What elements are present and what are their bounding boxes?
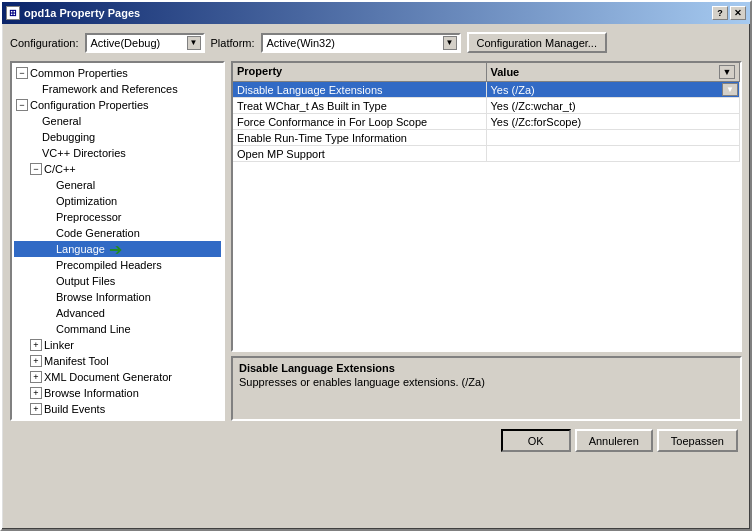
main-window: ⊞ opd1a Property Pages ? ✕ Configuration… (0, 0, 752, 531)
tree-label-linker: Linker (44, 339, 74, 351)
tree-label-output-files: Output Files (56, 275, 115, 287)
props-row-treat-wchar[interactable]: Treat WChar_t As Built in TypeYes (/Zc:w… (233, 98, 740, 114)
tree-item-custom-build-step[interactable]: +Custom Build Step (14, 417, 221, 421)
tree-item-general[interactable]: General (14, 113, 221, 129)
configuration-dropdown-arrow[interactable]: ▼ (187, 36, 201, 50)
props-row-force-conformance[interactable]: Force Conformance in For Loop ScopeYes (… (233, 114, 740, 130)
platform-label: Platform: (211, 37, 255, 49)
cancel-button[interactable]: Annuleren (575, 429, 653, 452)
tree-item-output-files[interactable]: Output Files (14, 273, 221, 289)
tree-label-xml-document-generator: XML Document Generator (44, 371, 172, 383)
tree-expander-build-events[interactable]: + (30, 403, 42, 415)
tree-item-vc-directories[interactable]: VC++ Directories (14, 145, 221, 161)
tree-item-advanced[interactable]: Advanced (14, 305, 221, 321)
tree-expander-common-properties[interactable]: − (16, 67, 28, 79)
tree-item-preprocessor[interactable]: Preprocessor (14, 209, 221, 225)
tree-item-framework-references[interactable]: Framework and References (14, 81, 221, 97)
tree-item-language[interactable]: Language➔ (14, 241, 221, 257)
tree-label-manifest-tool: Manifest Tool (44, 355, 109, 367)
tree-item-optimization[interactable]: Optimization (14, 193, 221, 209)
tree-expander-configuration-properties[interactable]: − (16, 99, 28, 111)
props-value-treat-wchar: Yes (/Zc:wchar_t) (487, 98, 741, 113)
tree-label-common-properties: Common Properties (30, 67, 128, 79)
configuration-label: Configuration: (10, 37, 79, 49)
props-row-openmp[interactable]: Open MP Support (233, 146, 740, 162)
tree-item-manifest-tool[interactable]: +Manifest Tool (14, 353, 221, 369)
tree-expander-manifest-tool[interactable]: + (30, 355, 42, 367)
configuration-dropdown[interactable]: Active(Debug) ▼ (85, 33, 205, 53)
tree-label-debugging: Debugging (42, 131, 95, 143)
config-row: Configuration: Active(Debug) ▼ Platform:… (10, 32, 742, 53)
window-title: opd1a Property Pages (24, 7, 140, 19)
tree-label-general: General (42, 115, 81, 127)
tree-expander-c-cpp[interactable]: − (30, 163, 42, 175)
tree-label-browse-information: Browse Information (56, 291, 151, 303)
title-buttons: ? ✕ (712, 6, 746, 20)
close-button[interactable]: ✕ (730, 6, 746, 20)
config-manager-button[interactable]: Configuration Manager... (467, 32, 607, 53)
tree-expander-xml-document-generator[interactable]: + (30, 371, 42, 383)
description-panel: Disable Language Extensions Suppresses o… (231, 356, 742, 421)
tree-label-language: Language (56, 243, 105, 255)
dialog-content: Configuration: Active(Debug) ▼ Platform:… (2, 24, 750, 460)
tree-label-build-events: Build Events (44, 403, 105, 415)
tree-label-c-cpp: C/C++ (44, 163, 76, 175)
props-row-runtime-type[interactable]: Enable Run-Time Type Information (233, 130, 740, 146)
tree-item-cpp-general[interactable]: General (14, 177, 221, 193)
tree-label-browse-information2: Browse Information (44, 387, 139, 399)
tree-label-framework-references: Framework and References (42, 83, 178, 95)
props-value-force-conformance: Yes (/Zc:forScope) (487, 114, 741, 129)
tree-expander-linker[interactable]: + (30, 339, 42, 351)
tree-item-command-line[interactable]: Command Line (14, 321, 221, 337)
props-table: Disable Language ExtensionsYes (/Za)➜▼Tr… (233, 82, 740, 350)
tree-item-browse-information[interactable]: Browse Information (14, 289, 221, 305)
tree-expander-custom-build-step[interactable]: + (30, 419, 42, 421)
tree-item-c-cpp[interactable]: −C/C++ (14, 161, 221, 177)
props-property-runtime-type: Enable Run-Time Type Information (233, 130, 487, 145)
props-value-runtime-type (487, 130, 741, 145)
description-text: Suppresses or enables language extension… (239, 376, 734, 388)
props-value-text-disable-lang-ext: Yes (/Za) (491, 84, 555, 96)
tree-label-configuration-properties: Configuration Properties (30, 99, 149, 111)
props-property-disable-lang-ext: Disable Language Extensions (233, 82, 487, 97)
props-property-openmp: Open MP Support (233, 146, 487, 161)
props-value-disable-lang-ext[interactable]: Yes (/Za)➜▼ (487, 82, 741, 97)
tree-label-command-line: Command Line (56, 323, 131, 335)
bottom-buttons: OK Annuleren Toepassen (10, 429, 742, 452)
tree-expander-browse-information2[interactable]: + (30, 387, 42, 399)
tree-item-xml-document-generator[interactable]: +XML Document Generator (14, 369, 221, 385)
props-row-disable-lang-ext[interactable]: Disable Language ExtensionsYes (/Za)➜▼ (233, 82, 740, 98)
tree-label-vc-directories: VC++ Directories (42, 147, 126, 159)
tree-item-common-properties[interactable]: −Common Properties (14, 65, 221, 81)
platform-dropdown[interactable]: Active(Win32) ▼ (261, 33, 461, 53)
props-panel-scroll-btn[interactable]: ▼ (719, 65, 735, 79)
tree-label-precompiled-headers: Precompiled Headers (56, 259, 162, 271)
title-bar-left: ⊞ opd1a Property Pages (6, 6, 140, 20)
platform-dropdown-arrow[interactable]: ▼ (443, 36, 457, 50)
apply-button[interactable]: Toepassen (657, 429, 738, 452)
tree-item-build-events[interactable]: +Build Events (14, 401, 221, 417)
props-panel: Property Value ▼ Disable Language Extens… (231, 61, 742, 352)
props-dropdown-btn-disable-lang-ext[interactable]: ▼ (722, 83, 738, 96)
props-value-openmp (487, 146, 741, 161)
props-col1-header: Property (233, 63, 487, 81)
tree-label-advanced: Advanced (56, 307, 105, 319)
main-area: −Common PropertiesFramework and Referenc… (10, 61, 742, 421)
tree-item-configuration-properties[interactable]: −Configuration Properties (14, 97, 221, 113)
platform-value: Active(Win32) (267, 37, 335, 49)
ok-button[interactable]: OK (501, 429, 571, 452)
tree-item-linker[interactable]: +Linker (14, 337, 221, 353)
props-property-force-conformance: Force Conformance in For Loop Scope (233, 114, 487, 129)
tree-label-code-generation: Code Generation (56, 227, 140, 239)
right-section: Property Value ▼ Disable Language Extens… (231, 61, 742, 421)
tree-label-cpp-general: General (56, 179, 95, 191)
tree-item-browse-information2[interactable]: +Browse Information (14, 385, 221, 401)
tree-panel[interactable]: −Common PropertiesFramework and Referenc… (10, 61, 225, 421)
tree-item-debugging[interactable]: Debugging (14, 129, 221, 145)
tree-label-optimization: Optimization (56, 195, 117, 207)
props-property-treat-wchar: Treat WChar_t As Built in Type (233, 98, 487, 113)
tree-item-precompiled-headers[interactable]: Precompiled Headers (14, 257, 221, 273)
help-button[interactable]: ? (712, 6, 728, 20)
props-header: Property Value ▼ (233, 63, 740, 82)
window-icon: ⊞ (6, 6, 20, 20)
